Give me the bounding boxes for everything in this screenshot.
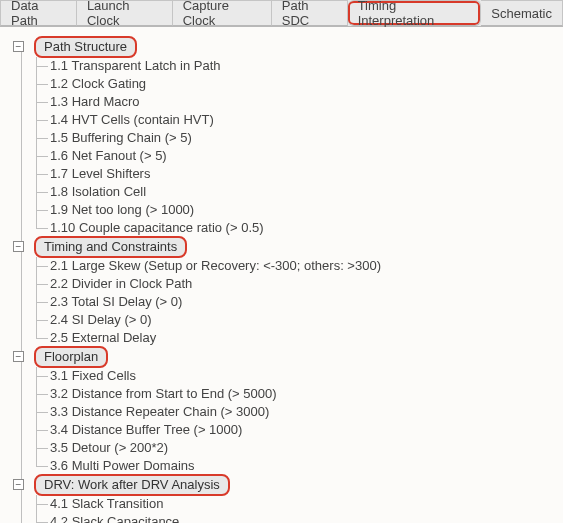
tree-item[interactable]: 3.3 Distance Repeater Chain (> 3000) (50, 403, 563, 421)
tree-item[interactable]: 2.1 Large Skew (Setup or Recovery: <-300… (50, 257, 563, 275)
tree-item[interactable]: 4.2 Slack Capacitance (50, 513, 563, 523)
tab-schematic[interactable]: Schematic (481, 0, 563, 26)
tree-item[interactable]: 1.10 Couple capacitance ratio (> 0.5) (50, 219, 563, 237)
tree-children: 3.1 Fixed Cells3.2 Distance from Start t… (8, 367, 563, 475)
tree-item[interactable]: 1.2 Clock Gating (50, 75, 563, 93)
tree-group: −Path Structure1.1 Transparent Latch in … (8, 37, 563, 237)
tab-capture-clock[interactable]: Capture Clock (173, 0, 272, 26)
tree-item[interactable]: 1.6 Net Fanout (> 5) (50, 147, 563, 165)
tree-group: −Floorplan3.1 Fixed Cells3.2 Distance fr… (8, 347, 563, 475)
tree-item[interactable]: 3.6 Multi Power Domains (50, 457, 563, 475)
tab-path-sdc[interactable]: Path SDC (272, 0, 348, 26)
tab-data-path[interactable]: Data Path (0, 0, 77, 26)
tree-item[interactable]: 1.3 Hard Macro (50, 93, 563, 111)
tree-item[interactable]: 1.8 Isolation Cell (50, 183, 563, 201)
tree-item[interactable]: 2.2 Divider in Clock Path (50, 275, 563, 293)
tree-item[interactable]: 1.7 Level Shifters (50, 165, 563, 183)
tree-item[interactable]: 1.4 HVT Cells (contain HVT) (50, 111, 563, 129)
tree-children: 1.1 Transparent Latch in Path1.2 Clock G… (8, 57, 563, 237)
tree-group-label[interactable]: Floorplan (34, 346, 108, 368)
tree-group-header[interactable]: −Timing and Constraints (8, 237, 563, 257)
tree-item[interactable]: 3.2 Distance from Start to End (> 5000) (50, 385, 563, 403)
tab-bar: Data PathLaunch ClockCapture ClockPath S… (0, 0, 563, 27)
tree-item[interactable]: 1.1 Transparent Latch in Path (50, 57, 563, 75)
tree-item[interactable]: 1.9 Net too long (> 1000) (50, 201, 563, 219)
tree-item[interactable]: 4.1 Slack Transition (50, 495, 563, 513)
tree-group-label[interactable]: DRV: Work after DRV Analysis (34, 474, 230, 496)
tree-group-header[interactable]: −DRV: Work after DRV Analysis (8, 475, 563, 495)
collapse-icon[interactable]: − (13, 241, 24, 252)
collapse-icon[interactable]: − (13, 351, 24, 362)
tree-item[interactable]: 3.5 Detour (> 200*2) (50, 439, 563, 457)
tree-item[interactable]: 3.4 Distance Buffer Tree (> 1000) (50, 421, 563, 439)
tree-item[interactable]: 1.5 Buffering Chain (> 5) (50, 129, 563, 147)
tree-item[interactable]: 2.3 Total SI Delay (> 0) (50, 293, 563, 311)
collapse-icon[interactable]: − (13, 479, 24, 490)
tree-group-label[interactable]: Timing and Constraints (34, 236, 187, 258)
tree-view: −Path Structure1.1 Transparent Latch in … (0, 27, 563, 523)
tree-group-label[interactable]: Path Structure (34, 36, 137, 58)
tree-group-header[interactable]: −Floorplan (8, 347, 563, 367)
tree-item[interactable]: 2.5 External Delay (50, 329, 563, 347)
tab-launch-clock[interactable]: Launch Clock (77, 0, 173, 26)
collapse-icon[interactable]: − (13, 41, 24, 52)
tree-group-header[interactable]: −Path Structure (8, 37, 563, 57)
tree-children: 2.1 Large Skew (Setup or Recovery: <-300… (8, 257, 563, 347)
tree-item[interactable]: 3.1 Fixed Cells (50, 367, 563, 385)
tree-item[interactable]: 2.4 SI Delay (> 0) (50, 311, 563, 329)
tree-group: −DRV: Work after DRV Analysis4.1 Slack T… (8, 475, 563, 523)
tab-timing-interpretation[interactable]: Timing Interpretation (348, 0, 482, 26)
tree-children: 4.1 Slack Transition4.2 Slack Capacitanc… (8, 495, 563, 523)
tree-group: −Timing and Constraints2.1 Large Skew (S… (8, 237, 563, 347)
